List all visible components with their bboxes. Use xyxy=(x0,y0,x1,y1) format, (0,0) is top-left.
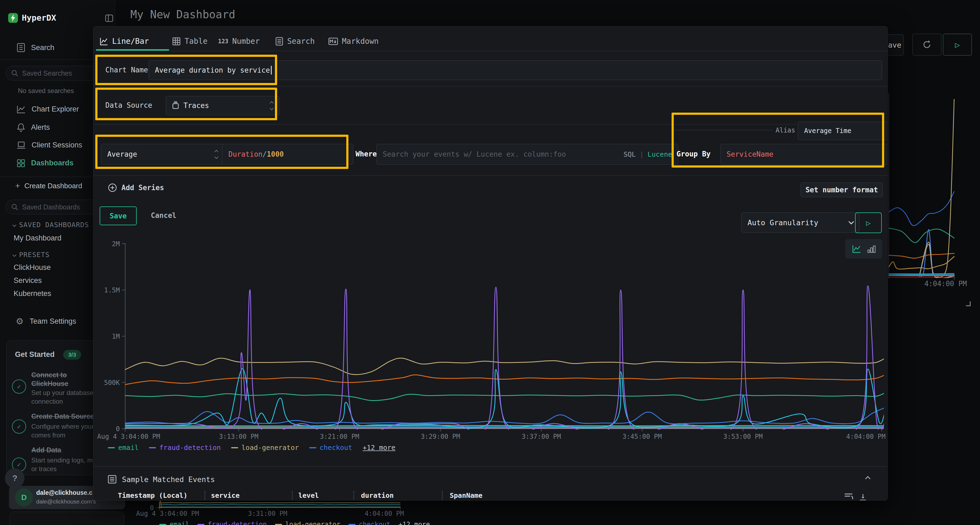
add-series-button[interactable]: Add Series xyxy=(108,183,164,192)
user-email: dale@clickhouse.com's xyxy=(36,498,96,505)
svg-text:1M: 1M xyxy=(112,333,120,340)
save-button[interactable]: Save xyxy=(100,206,137,225)
legend-item-checkout[interactable]: checkout xyxy=(348,521,390,525)
set-number-format-button[interactable]: Set number format xyxy=(800,182,883,197)
line-bar-icon xyxy=(100,37,108,46)
legend-item-load-generator[interactable]: load-generator xyxy=(275,521,340,525)
aggregation-select[interactable]: Average xyxy=(101,144,224,165)
sidebar-item-services[interactable]: Services xyxy=(14,276,42,285)
chart-name-input[interactable]: Average duration by service xyxy=(149,60,882,80)
legend-item-fraud-detection[interactable]: fraud-detection xyxy=(149,444,221,452)
brand-name: HyperDX xyxy=(22,13,56,22)
section-saved-dashboards[interactable]: SAVED DASHBOARDS xyxy=(13,221,89,229)
alias-input[interactable]: Average Time xyxy=(798,122,888,140)
column-header-service[interactable]: service xyxy=(211,492,240,500)
legend-item-email[interactable]: email xyxy=(108,444,138,452)
check-circle-icon: ✓ xyxy=(12,379,26,393)
setup-card xyxy=(10,512,124,525)
legend-item-checkout[interactable]: checkout xyxy=(309,444,352,452)
legend-more-link[interactable]: +12 more xyxy=(399,521,430,525)
where-label: Where xyxy=(356,150,377,158)
dashboard-play-button[interactable]: ▷ xyxy=(943,34,972,56)
dashboard-refresh-button[interactable] xyxy=(913,34,941,56)
column-header-level[interactable]: level xyxy=(298,492,319,500)
no-saved-searches-text: No saved searches xyxy=(18,87,74,95)
select-chevrons-icon xyxy=(215,151,218,158)
where-search-input[interactable]: Search your events w/ Lucene ex. column:… xyxy=(377,144,678,165)
lucene-mode-toggle[interactable]: Lucene xyxy=(648,151,672,158)
svg-text:4:04:00 PM: 4:04:00 PM xyxy=(365,510,404,517)
field-expression-input[interactable]: Duration/1000 xyxy=(222,144,353,165)
data-source-select[interactable]: Traces xyxy=(166,96,279,115)
tab-search[interactable]: Search xyxy=(275,37,315,46)
group-by-input[interactable]: ServiceName xyxy=(720,144,888,165)
sidebar-item-clickhouse[interactable]: ClickHouse xyxy=(14,263,51,272)
column-separator xyxy=(353,491,354,500)
bell-icon xyxy=(17,123,25,132)
tab-table[interactable]: Table xyxy=(172,37,207,46)
filter-columns-icon[interactable] xyxy=(844,493,854,501)
refresh-icon xyxy=(921,39,932,50)
search-icon xyxy=(11,70,18,77)
search-list-icon xyxy=(275,37,283,46)
sidebar-item-chart-explorer[interactable]: Chart Explorer xyxy=(17,105,79,113)
tab-number[interactable]: 123 Number xyxy=(218,37,260,46)
help-button[interactable]: ? xyxy=(5,468,24,488)
legend-swatch xyxy=(231,447,238,448)
download-icon[interactable]: ↓ xyxy=(860,492,866,501)
svg-text:3:21:00 PM: 3:21:00 PM xyxy=(320,433,360,440)
legend-swatch xyxy=(108,447,115,448)
svg-text:1.5M: 1.5M xyxy=(104,286,120,294)
row-divider xyxy=(93,124,888,125)
field-slash: / xyxy=(262,150,267,158)
legend-item-fraud-detection[interactable]: fraud-detection xyxy=(197,521,267,525)
svg-text:3:29:00 PM: 3:29:00 PM xyxy=(421,433,460,440)
sql-mode-toggle[interactable]: SQL xyxy=(624,151,636,158)
sidebar-item-team-settings[interactable]: ⚙ Team Settings xyxy=(16,316,76,327)
section-presets[interactable]: PRESETS xyxy=(13,251,49,259)
legend-more-link[interactable]: +12 more xyxy=(363,444,395,452)
legend-swatch xyxy=(159,524,166,525)
svg-text:3:31:00 PM: 3:31:00 PM xyxy=(248,510,288,517)
column-separator xyxy=(204,491,205,500)
sidebar-item-search[interactable]: Search xyxy=(17,43,54,52)
svg-text:3:37:00 PM: 3:37:00 PM xyxy=(522,433,561,440)
sidebar-item-alerts[interactable]: Alerts xyxy=(17,123,50,132)
chart-editor-modal: Line/Bar Table 123 Number xyxy=(93,26,888,501)
where-placeholder: Search your events w/ Lucene ex. column:… xyxy=(383,150,566,158)
plus-circle-icon xyxy=(108,183,117,192)
column-header-duration[interactable]: duration xyxy=(361,492,394,500)
sidebar-item-client-sessions[interactable]: Client Sessions xyxy=(17,141,82,149)
create-dashboard-button[interactable]: + Create Dashboard xyxy=(15,181,82,190)
collapse-chevron-icon[interactable] xyxy=(865,476,870,482)
column-header-spanname[interactable]: SpanName xyxy=(450,492,482,500)
legend-swatch xyxy=(197,524,204,525)
sidebar-item-dashboards[interactable]: Dashboards xyxy=(17,159,73,167)
legend-item-load-generator[interactable]: load-generator xyxy=(231,444,299,452)
sidebar-item-my-dashboard[interactable]: My Dashboard xyxy=(14,234,62,243)
sidebar-item-kubernetes[interactable]: Kubernetes xyxy=(14,289,51,298)
duration-chart[interactable]: 0500K1M1.5M2MAug 4 3:04:00 PM3:13:00 PM3… xyxy=(95,232,888,446)
svg-text:3:45:00 PM: 3:45:00 PM xyxy=(622,433,662,440)
row-divider xyxy=(93,466,888,467)
search-icon xyxy=(11,203,18,211)
chart-legend: emailfraud-detectionload-generatorchecko… xyxy=(108,444,396,452)
sample-matched-events-header[interactable]: Sample Matched Events xyxy=(108,475,215,484)
sidebar-collapse-icon[interactable] xyxy=(105,14,113,24)
run-chart-button[interactable]: ▷ xyxy=(855,213,882,233)
check-circle-icon: ✓ xyxy=(12,419,26,434)
page-title: My New Dashboard xyxy=(130,8,235,21)
svg-text:Aug 4 3:04:00 PM: Aug 4 3:04:00 PM xyxy=(136,510,199,517)
granularity-select[interactable]: Auto Granularity xyxy=(741,213,859,233)
tab-markdown[interactable]: Markdown xyxy=(328,37,379,46)
alias-label: Alias xyxy=(776,127,795,134)
get-started-badge: 3/3 xyxy=(63,350,81,360)
chevron-down-icon xyxy=(13,253,16,257)
avatar: D xyxy=(15,489,33,506)
database-icon xyxy=(172,102,179,109)
legend-item-email[interactable]: email xyxy=(159,521,189,525)
cancel-button[interactable]: Cancel xyxy=(145,206,183,224)
data-source-label: Data Source xyxy=(105,101,152,109)
column-header-timestamp[interactable]: Timestamp (Local) xyxy=(118,492,188,500)
tab-line-bar[interactable]: Line/Bar xyxy=(100,37,149,46)
